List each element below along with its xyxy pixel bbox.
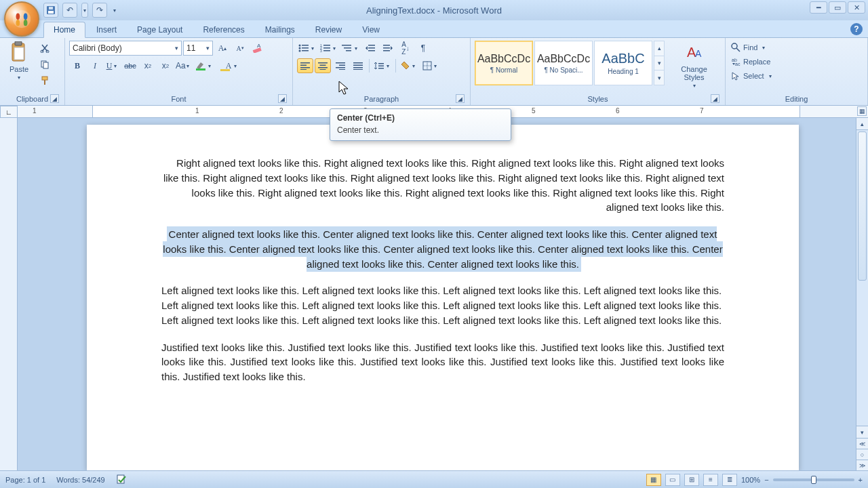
view-draft[interactable]: ≣ (722, 474, 737, 486)
superscript-button[interactable]: x2 (157, 58, 174, 73)
svg-rect-54 (353, 65, 363, 66)
font-size-combo[interactable]: 11 (183, 41, 213, 56)
scroll-up[interactable]: ▴ (856, 118, 868, 130)
tab-mailings[interactable]: Mailings (256, 22, 304, 37)
maximize-button[interactable]: ▭ (829, 1, 846, 14)
close-button[interactable]: ✕ (848, 1, 865, 14)
gallery-more[interactable]: ▾ (654, 70, 664, 85)
subscript-button[interactable]: x2 (140, 58, 156, 73)
status-page[interactable]: Page: 1 of 1 (5, 476, 45, 484)
browse-object[interactable]: ○ (856, 449, 868, 460)
numbering-button[interactable]: 123▾ (319, 41, 339, 56)
zoom-in[interactable]: + (859, 476, 863, 484)
paste-button[interactable]: Paste ▾ (4, 41, 34, 82)
prev-page[interactable]: ≪ (856, 438, 868, 449)
font-color-button[interactable]: A▾ (217, 58, 240, 73)
change-case-button[interactable]: Aa▾ (175, 58, 191, 73)
multilevel-list-button[interactable]: ▾ (340, 41, 361, 56)
status-proof-icon[interactable] (116, 474, 127, 486)
justify-button[interactable] (350, 58, 366, 73)
font-dialog-launcher[interactable]: ◢ (278, 94, 287, 103)
office-button[interactable] (4, 1, 39, 37)
paragraph-justify[interactable]: Justified text looks like this. Justifie… (161, 340, 724, 384)
shading-button[interactable]: ▾ (399, 58, 419, 73)
strikethrough-button[interactable]: abc (122, 58, 138, 73)
style-normal[interactable]: AaBbCcDc ¶ Normal (475, 41, 533, 85)
zoom-level[interactable]: 100% (741, 476, 760, 484)
style-heading-1[interactable]: AaBbC Heading 1 (594, 41, 652, 85)
svg-rect-29 (323, 47, 330, 49)
copy-button[interactable] (37, 57, 53, 72)
styles-gallery[interactable]: AaBbCcDc ¶ Normal AaBbCcDc ¶ No Spaci...… (475, 41, 665, 85)
underline-button[interactable]: U▾ (104, 58, 121, 73)
help-button[interactable]: ? (850, 23, 863, 35)
document-page[interactable]: Right aligned text looks like this. Righ… (87, 125, 799, 470)
ribbon: Paste ▾ Clipboard◢ Calibri (Body) 11 A▴ … (0, 38, 868, 106)
next-page[interactable]: ≫ (856, 460, 868, 470)
undo-dropdown[interactable]: ▾ (81, 3, 88, 18)
zoom-thumb[interactable] (811, 476, 816, 484)
zoom-out[interactable]: − (764, 476, 768, 484)
clear-formatting-button[interactable]: A (250, 41, 266, 56)
minimize-button[interactable]: ━ (810, 1, 827, 14)
tab-view[interactable]: View (353, 22, 389, 37)
tab-selector[interactable]: ∟ (0, 106, 18, 118)
clipboard-group-label: Clipboard (16, 95, 48, 103)
highlight-button[interactable]: ▾ (193, 58, 216, 73)
tab-review[interactable]: Review (306, 22, 351, 37)
svg-point-20 (299, 45, 301, 47)
bullets-button[interactable]: ▾ (297, 41, 317, 56)
styles-dialog-launcher[interactable]: ◢ (711, 94, 719, 103)
scroll-down[interactable]: ▾ (856, 426, 868, 438)
shrink-font-button[interactable]: A▾ (232, 41, 248, 56)
save-button[interactable] (43, 3, 58, 18)
align-left-button[interactable] (297, 58, 313, 73)
find-button[interactable]: Find▾ (730, 41, 775, 54)
sort-button[interactable]: AZ↓ (397, 41, 414, 56)
tab-home[interactable]: Home (43, 22, 85, 38)
svg-rect-51 (336, 67, 345, 68)
paragraph-group-label: Paragraph (364, 95, 399, 103)
ruler-toggle[interactable]: ▦ (857, 106, 867, 116)
redo-button[interactable]: ↷ (92, 3, 107, 18)
tab-insert[interactable]: Insert (87, 22, 126, 37)
svg-point-3 (16, 20, 20, 26)
show-hide-button[interactable]: ¶ (415, 41, 431, 56)
line-spacing-button[interactable]: ▾ (372, 58, 393, 73)
view-print-layout[interactable]: ▦ (646, 474, 661, 486)
increase-indent-button[interactable] (380, 41, 396, 56)
view-outline[interactable]: ≡ (703, 474, 718, 486)
format-painter-button[interactable] (37, 73, 53, 88)
replace-button[interactable]: abacReplace (730, 55, 775, 68)
scroll-thumb[interactable] (858, 131, 867, 281)
view-full-screen[interactable]: ▭ (665, 474, 680, 486)
paragraph-center[interactable]: Center aligned text looks like this. Cen… (161, 227, 724, 271)
view-web-layout[interactable]: ⊞ (684, 474, 699, 486)
qat-customize[interactable]: ▾ (111, 3, 118, 18)
decrease-indent-button[interactable] (362, 41, 378, 56)
tab-page-layout[interactable]: Page Layout (127, 22, 192, 37)
clipboard-dialog-launcher[interactable]: ◢ (50, 94, 59, 103)
bold-button[interactable]: B (69, 58, 85, 73)
change-styles-button[interactable]: AA Change Styles ▾ (667, 41, 721, 90)
tab-references[interactable]: References (193, 22, 254, 37)
select-button[interactable]: Select▾ (730, 69, 775, 83)
style-no-spacing[interactable]: AaBbCcDc ¶ No Spaci... (534, 41, 593, 85)
align-center-button[interactable] (315, 58, 331, 73)
zoom-slider[interactable] (773, 479, 854, 481)
paragraph-left[interactable]: Left aligned text looks like this. Left … (161, 283, 724, 327)
gallery-down[interactable]: ▾ (654, 56, 664, 71)
italic-button[interactable]: I (87, 58, 103, 73)
undo-button[interactable]: ↶ (62, 3, 77, 18)
font-family-combo[interactable]: Calibri (Body) (69, 41, 182, 56)
borders-button[interactable]: ▾ (420, 58, 441, 73)
status-words[interactable]: Words: 54/249 (56, 476, 104, 484)
cut-button[interactable] (37, 41, 53, 56)
paragraph-right[interactable]: Right aligned text looks like this. Righ… (161, 156, 724, 215)
paragraph-dialog-launcher[interactable]: ◢ (456, 94, 465, 103)
grow-font-button[interactable]: A▴ (214, 41, 231, 56)
vertical-ruler[interactable]: ∟ (0, 106, 18, 470)
gallery-up[interactable]: ▴ (654, 41, 664, 56)
vertical-scrollbar[interactable]: ▴ ▾ ≪ ○ ≫ (856, 118, 868, 470)
align-right-button[interactable] (332, 58, 349, 73)
